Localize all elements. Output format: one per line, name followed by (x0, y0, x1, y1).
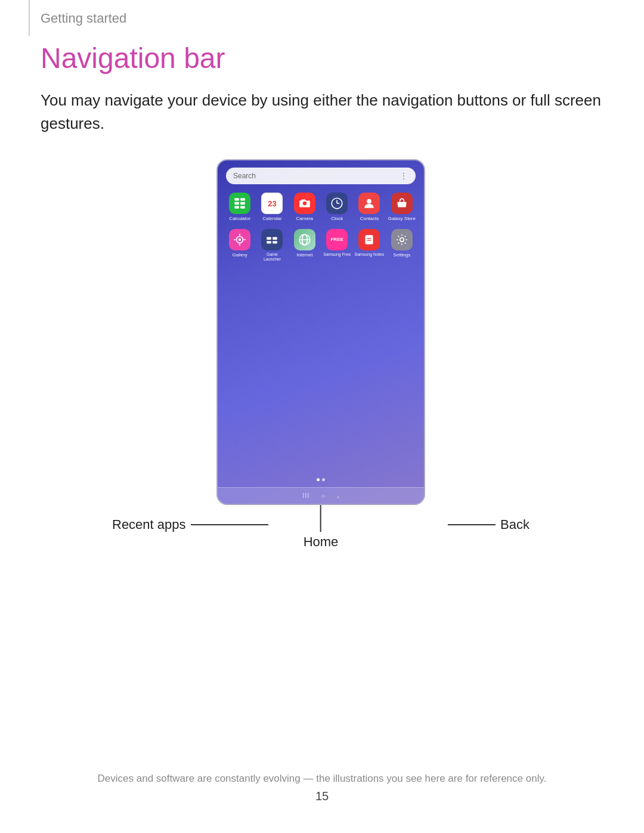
app-game-launcher: Game Launcher (257, 229, 287, 262)
settings-icon (391, 229, 413, 250)
device-frame: Search ⋮ (216, 159, 425, 505)
home-label: Home (304, 534, 339, 550)
camera-label: Camera (296, 216, 313, 222)
galaxy-store-label: Galaxy Store (388, 216, 416, 222)
recent-apps-nav-icon: ⁞⁞⁞ (302, 491, 309, 500)
app-contacts: Contacts (354, 193, 384, 222)
internet-label: Internet (296, 252, 312, 258)
app-clock: Clock (322, 193, 352, 222)
page-dots (317, 478, 325, 481)
samsung-notes-label: Samsung Notes (355, 252, 385, 257)
recent-apps-label: Recent apps (112, 517, 186, 532)
home-connector (320, 505, 321, 532)
breadcrumb: Getting started (41, 11, 126, 26)
svg-rect-1 (240, 198, 245, 200)
back-connector (448, 524, 496, 525)
back-nav-icon: ‹ (337, 493, 339, 500)
calculator-icon (229, 193, 250, 214)
footer: Devices and software are constantly evol… (0, 773, 644, 803)
svg-point-11 (239, 238, 241, 240)
game-launcher-label: Game Launcher (257, 252, 287, 262)
back-label: Back (500, 517, 530, 532)
gallery-label: Gallery (232, 252, 247, 258)
clock-label: Clock (331, 216, 343, 222)
back-annotation: Back (448, 517, 530, 532)
page-title: Navigation bar (41, 42, 601, 75)
svg-rect-2 (234, 202, 239, 205)
app-gallery: Gallery (225, 229, 255, 262)
samsung-free-label: Samsung Free (323, 252, 351, 257)
svg-point-22 (400, 237, 404, 241)
device-nav-bar: ⁞⁞⁞ ○ ‹ (218, 487, 424, 504)
camera-icon (294, 193, 315, 214)
svg-rect-5 (240, 206, 245, 208)
samsung-notes-icon (358, 229, 380, 250)
app-settings: Settings (387, 229, 417, 262)
app-calendar: 23 Calendar (257, 193, 287, 222)
app-calculator: Calculator (225, 193, 255, 222)
svg-rect-13 (273, 237, 278, 239)
footer-note: Devices and software are constantly evol… (0, 773, 644, 785)
internet-icon (294, 229, 315, 250)
dot-2 (322, 478, 325, 481)
recent-apps-annotation: Recent apps (112, 517, 268, 532)
contacts-icon (358, 193, 380, 214)
contacts-label: Contacts (360, 216, 379, 222)
description-text: You may navigate your device by using ei… (41, 89, 601, 135)
device-spacer (218, 265, 424, 487)
app-galaxy-store: Galaxy Store (387, 193, 417, 222)
svg-rect-12 (267, 237, 272, 239)
clock-icon (326, 193, 348, 214)
device-search-bar: Search ⋮ (226, 168, 416, 184)
dot-1 (317, 478, 320, 481)
app-samsung-free: FREE Samsung Free (322, 229, 352, 262)
app-row-1: Calculator 23 Calendar Camera (218, 189, 424, 225)
calendar-label: Calendar (262, 216, 281, 222)
calculator-label: Calculator (229, 216, 250, 222)
gallery-icon (229, 229, 250, 250)
search-options-icon: ⋮ (400, 171, 408, 181)
svg-rect-3 (240, 202, 245, 205)
calendar-icon: 23 (261, 193, 283, 214)
game-launcher-icon (261, 229, 283, 250)
galaxy-store-icon (391, 193, 413, 214)
app-internet: Internet (290, 229, 320, 262)
svg-rect-14 (267, 241, 272, 243)
page-border (29, 0, 30, 36)
app-samsung-notes: Samsung Notes (354, 229, 384, 262)
app-camera: Camera (290, 193, 320, 222)
app-row-2: Gallery Game Launcher (218, 225, 424, 266)
recent-apps-connector (191, 524, 268, 525)
svg-rect-0 (234, 198, 239, 200)
main-content: Navigation bar You may navigate your dev… (41, 42, 601, 559)
svg-rect-19 (366, 235, 373, 244)
search-text: Search (233, 172, 256, 180)
footer-page-number: 15 (0, 789, 644, 803)
svg-point-9 (367, 199, 372, 204)
samsung-free-icon: FREE (326, 229, 348, 250)
home-nav-icon: ○ (321, 493, 325, 499)
device-illustration: Search ⋮ (41, 159, 601, 559)
settings-label: Settings (393, 252, 410, 258)
svg-rect-4 (234, 206, 239, 208)
home-annotation: Home (304, 505, 339, 550)
svg-rect-15 (273, 241, 278, 243)
